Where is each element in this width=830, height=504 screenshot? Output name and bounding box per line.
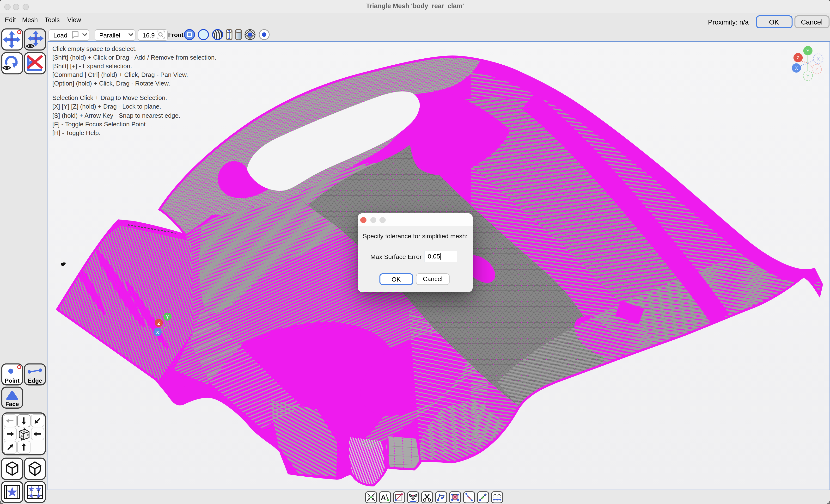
svg-text:A: A: [381, 494, 386, 501]
